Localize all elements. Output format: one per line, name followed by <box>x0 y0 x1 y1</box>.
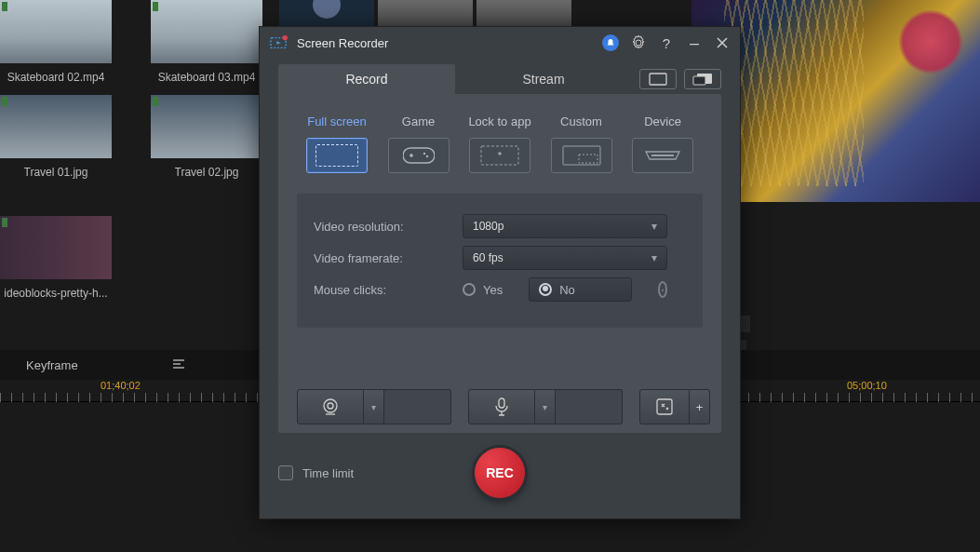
svg-rect-4 <box>693 76 705 85</box>
text-align-icon[interactable] <box>171 357 186 372</box>
screen-recorder-icon <box>269 34 289 51</box>
mic-source-display <box>556 389 623 424</box>
minimize-icon[interactable]: – <box>686 34 703 51</box>
media-label: Travel 02.jpg <box>175 166 239 179</box>
media-label: ideoblocks-pretty-h... <box>4 287 107 300</box>
settings-gear-icon[interactable] <box>630 34 647 51</box>
svg-point-5 <box>423 153 424 155</box>
chevron-down-icon: ▾ <box>651 251 657 264</box>
video-thumbs-row <box>378 0 571 26</box>
dialog-bottom: Time limit REC <box>278 446 721 500</box>
disabled-icon <box>658 281 667 298</box>
svg-point-6 <box>425 155 427 157</box>
svg-rect-9 <box>579 155 597 163</box>
mode-device[interactable]: Device <box>626 114 699 173</box>
media-item[interactable]: ideoblocks-pretty-h... <box>0 216 112 300</box>
webcam-source-display <box>384 389 451 424</box>
source-row: ▾ ▾ + <box>278 381 721 433</box>
svg-point-1 <box>283 35 288 40</box>
webcam-source-button[interactable] <box>297 389 364 424</box>
mouse-clicks-no-radio[interactable]: No <box>529 277 632 302</box>
timecode: 01;40;02 <box>101 380 141 391</box>
media-item[interactable]: Travel 01.jpg <box>0 95 112 179</box>
fullscreen-rect-icon <box>306 138 368 173</box>
mouse-clicks-label: Mouse clicks: <box>314 283 463 297</box>
video-resolution-label: Video resolution: <box>314 220 463 234</box>
media-item[interactable]: Skateboard 03.mp4 <box>151 0 262 84</box>
mode-full-screen[interactable]: Full screen <box>301 114 373 173</box>
add-overlay-button[interactable]: + <box>690 389 710 424</box>
time-limit-checkbox[interactable]: Time limit <box>278 465 354 480</box>
display-single-button[interactable] <box>639 69 677 89</box>
tab-record[interactable]: Record <box>278 64 455 94</box>
mic-source-button[interactable] <box>468 389 535 424</box>
mic-source-caret[interactable]: ▾ <box>535 389 556 424</box>
audio-thumb <box>279 0 374 26</box>
video-resolution-select[interactable]: 1080p ▾ <box>463 214 667 238</box>
media-item[interactable]: Skateboard 02.mp4 <box>0 0 112 84</box>
mouse-clicks-yes-radio[interactable]: Yes <box>463 283 503 297</box>
screen-recorder-dialog: Screen Recorder ? – Record Stream <box>259 26 741 519</box>
record-button[interactable]: REC <box>475 448 525 498</box>
media-label: Travel 01.jpg <box>24 166 88 179</box>
dialog-title: Screen Recorder <box>297 36 388 50</box>
media-label: Skateboard 03.mp4 <box>158 71 256 84</box>
media-item[interactable]: Travel 02.jpg <box>151 95 262 179</box>
mode-lock-to-app[interactable]: Lock to app <box>463 114 536 173</box>
media-label: Skateboard 02.mp4 <box>7 71 105 84</box>
device-hdmi-icon <box>632 138 693 173</box>
tab-stream[interactable]: Stream <box>455 64 632 94</box>
timecode: 05;00;10 <box>847 380 887 391</box>
chevron-down-icon: ▾ <box>651 220 657 233</box>
custom-rect-icon <box>551 138 612 173</box>
svg-rect-12 <box>499 398 504 408</box>
video-framerate-label: Video framerate: <box>314 251 463 265</box>
notification-icon[interactable] <box>602 34 619 51</box>
svg-rect-8 <box>563 146 600 165</box>
mode-game[interactable]: Game <box>383 114 455 173</box>
help-icon[interactable]: ? <box>658 34 675 51</box>
lock-rect-icon <box>469 138 530 173</box>
svg-point-11 <box>328 403 333 409</box>
close-icon[interactable] <box>714 34 731 51</box>
display-multi-button[interactable] <box>684 69 721 89</box>
media-row-3: ideoblocks-pretty-h... <box>0 216 112 300</box>
webcam-source-caret[interactable]: ▾ <box>364 389 384 424</box>
dialog-titlebar[interactable]: Screen Recorder ? – <box>260 27 740 59</box>
overlay-source-button[interactable] <box>639 389 690 424</box>
svg-rect-2 <box>650 74 666 85</box>
video-framerate-select[interactable]: 60 fps ▾ <box>463 246 667 270</box>
gamepad-icon <box>388 138 450 173</box>
mode-custom[interactable]: Custom <box>545 114 618 173</box>
tabs-row: Record Stream <box>278 64 721 94</box>
settings-panel: Video resolution: 1080p ▾ Video framerat… <box>297 194 703 328</box>
keyframe-label[interactable]: Keyframe <box>26 358 78 372</box>
media-row-2: Travel 01.jpg Travel 02.jpg <box>0 95 262 179</box>
svg-point-10 <box>324 399 337 412</box>
